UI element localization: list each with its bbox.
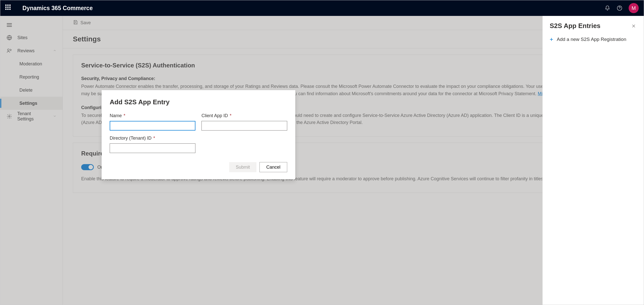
avatar[interactable]: M (629, 3, 639, 13)
notifications-icon[interactable] (601, 2, 613, 14)
panel-title: S2S App Entries (550, 22, 600, 30)
add-registration-button[interactable]: + Add a new S2S App Registration (550, 36, 637, 43)
client-app-id-input[interactable] (201, 121, 287, 131)
app-launcher-icon[interactable] (5, 5, 12, 12)
name-label: Name * (110, 113, 195, 118)
name-input[interactable] (110, 121, 195, 131)
add-s2s-modal: Add S2S App Entry Name * Client App ID *… (102, 90, 295, 179)
right-panel: S2S App Entries + Add a new S2S App Regi… (542, 16, 644, 305)
help-icon[interactable] (613, 2, 626, 14)
add-action-label: Add a new S2S App Registration (557, 37, 626, 42)
header-bar: Dynamics 365 Commerce M (0, 0, 644, 16)
tenant-id-label: Directory (Tenant) ID * (110, 136, 195, 141)
submit-button[interactable]: Submit (229, 162, 256, 172)
app-title: Dynamics 365 Commerce (22, 5, 93, 12)
close-icon[interactable] (631, 23, 637, 29)
client-app-id-label: Client App ID * (201, 113, 287, 118)
plus-icon: + (550, 36, 553, 43)
modal-title: Add S2S App Entry (110, 98, 287, 106)
tenant-id-input[interactable] (110, 143, 195, 153)
cancel-button[interactable]: Cancel (259, 162, 287, 172)
